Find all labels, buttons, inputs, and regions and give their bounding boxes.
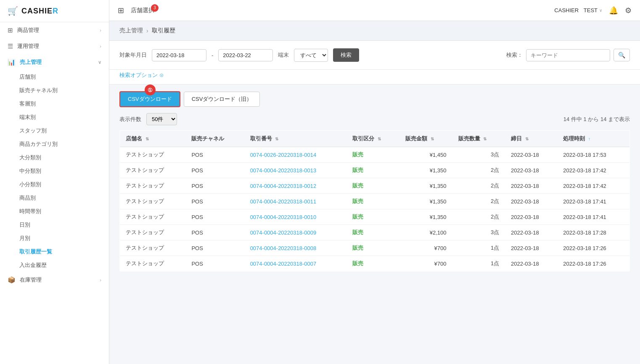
cell-transaction-no[interactable]: 0074-0004-20220318-0013 — [244, 163, 347, 178]
cell-transaction-no[interactable]: 0074-0004-20220318-0007 — [244, 256, 347, 272]
table-row: テストショップ POS 0074-0004-20220318-0007 販売 ¥… — [120, 256, 630, 272]
sidebar-sub-daily[interactable]: 日別 — [19, 218, 109, 232]
cell-store: テストショップ — [120, 240, 186, 256]
cell-amount: ¥1,450 — [399, 147, 452, 163]
cell-amount: ¥1,350 — [399, 209, 452, 225]
sidebar-sub-terminal[interactable]: 端末別 — [19, 111, 109, 124]
cell-store: テストショップ — [120, 256, 186, 272]
sidebar-sub-customer[interactable]: 客層別 — [19, 97, 109, 111]
col-store: 店舗名 ⇅ — [120, 131, 186, 147]
sidebar-sub-monthly[interactable]: 月別 — [19, 232, 109, 245]
user-menu[interactable]: CASHIER TEST ∨ — [554, 7, 602, 13]
cell-qty: 3点 — [452, 147, 505, 163]
cell-channel: POS — [185, 178, 244, 194]
cell-channel: POS — [185, 147, 244, 163]
sidebar-sub-product[interactable]: 商品別 — [19, 191, 109, 205]
breadcrumb-current: 取引履歴 — [152, 27, 175, 34]
cell-processed-at: 2022-03-18 17:28 — [557, 225, 629, 240]
sidebar-sub-category[interactable]: 商品カテゴリ別 — [19, 137, 109, 151]
cell-qty: 1点 — [452, 240, 505, 256]
cell-type: 販売 — [346, 194, 399, 209]
sidebar-sub-channel[interactable]: 販売チャネル別 — [19, 84, 109, 97]
sort-icon-processed[interactable]: ↑ — [588, 137, 590, 141]
sort-icon-type[interactable]: ⇅ — [378, 137, 381, 141]
sidebar-item-operation[interactable]: ☰ 運用管理 › — [0, 38, 109, 54]
filter-section: 対象年月日 - 端末 すべて 端末1 端末2 検索 検索： 🔍 — [109, 41, 640, 70]
cell-qty: 1点 — [452, 256, 505, 272]
grid-icon[interactable]: ⊞ — [118, 6, 124, 15]
col-type: 取引区分 ⇅ — [346, 131, 399, 147]
transactions-table: 店舗名 ⇅ 販売チャネル 取引番号 ⇅ 取引区分 ⇅ 販売金額 ⇅ 販売数量 ⇅… — [119, 130, 630, 272]
table-row: テストショップ POS 0074-0004-20220318-0011 販売 ¥… — [120, 194, 630, 209]
sidebar-item-inventory[interactable]: 📦 在庫管理 › — [0, 272, 109, 288]
cell-amount: ¥700 — [399, 256, 452, 272]
sidebar-sub-mid[interactable]: 中分類別 — [19, 164, 109, 178]
csv-download-old-button[interactable]: CSVダウンロード（旧） — [184, 92, 260, 107]
cell-channel: POS — [185, 256, 244, 272]
step-badge: ① — [145, 84, 156, 95]
cell-type: 販売 — [346, 225, 399, 240]
sort-icon-amount[interactable]: ⇅ — [431, 137, 434, 141]
cell-transaction-no[interactable]: 0074-0004-20220318-0010 — [244, 209, 347, 225]
col-qty: 販売数量 ⇅ — [452, 131, 505, 147]
cell-amount: ¥1,350 — [399, 194, 452, 209]
sidebar-item-product[interactable]: ⊞ 商品管理 › — [0, 22, 109, 38]
notification-icon[interactable]: 🔔 — [609, 6, 618, 15]
table-section: ① CSVダウンロード CSVダウンロード（旧） 表示件数 10件 20件 50… — [109, 84, 640, 278]
sort-icon-qty[interactable]: ⇅ — [483, 137, 487, 141]
cell-qty: 2点 — [452, 209, 505, 225]
chevron-down-icon: ∨ — [599, 8, 602, 13]
search-options-link[interactable]: 検索オプション ⊙ — [119, 72, 164, 78]
cell-channel: POS — [185, 240, 244, 256]
sidebar-sub-minor[interactable]: 小分類別 — [19, 178, 109, 191]
cell-transaction-no[interactable]: 0074-0026-20220318-0014 — [244, 147, 347, 163]
date-to-input[interactable] — [218, 49, 273, 61]
keyword-search-area: 検索： 🔍 — [506, 49, 630, 61]
sidebar-sub-store[interactable]: 店舗別 — [19, 70, 109, 84]
date-from-input[interactable] — [152, 49, 206, 61]
user-cashier-label: CASHIER — [554, 7, 579, 13]
search-button[interactable]: 検索 — [333, 48, 359, 62]
cell-closing-date: 2022-03-18 — [505, 256, 557, 272]
cell-transaction-no[interactable]: 0074-0004-20220318-0009 — [244, 225, 347, 240]
cell-closing-date: 2022-03-18 — [505, 178, 557, 194]
cell-channel: POS — [185, 163, 244, 178]
cell-channel: POS — [185, 194, 244, 209]
col-closing-date: 締日 ⇅ — [505, 131, 557, 147]
sidebar-item-label: 在庫管理 — [20, 276, 42, 284]
table-row: テストショップ POS 0074-0026-20220318-0014 販売 ¥… — [120, 147, 630, 163]
sidebar-item-sales[interactable]: 📊 売上管理 ∨ — [0, 54, 109, 70]
sales-sub-menu: 店舗別 販売チャネル別 客層別 端末別 スタッフ別 商品カテゴリ別 大分類別 中… — [0, 70, 109, 272]
cell-transaction-no[interactable]: 0074-0004-20220318-0012 — [244, 178, 347, 194]
cell-processed-at: 2022-03-18 17:41 — [557, 194, 629, 209]
header-right: CASHIER TEST ∨ 🔔 ⚙ — [554, 6, 632, 15]
terminal-filter-select[interactable]: すべて 端末1 端末2 — [294, 49, 328, 62]
sort-icon-closing[interactable]: ⇅ — [525, 137, 529, 141]
cell-processed-at: 2022-03-18 17:42 — [557, 178, 629, 194]
store-badge: 3 — [151, 4, 159, 12]
terminal-filter-label: 端末 — [278, 51, 289, 59]
sidebar-sub-history[interactable]: 取引履歴一覧 — [19, 245, 109, 258]
table-header-row: 店舗名 ⇅ 販売チャネル 取引番号 ⇅ 取引区分 ⇅ 販売金額 ⇅ 販売数量 ⇅… — [120, 131, 630, 147]
cell-type: 販売 — [346, 147, 399, 163]
per-page-select[interactable]: 10件 20件 50件 100件 — [146, 113, 177, 125]
cell-transaction-no[interactable]: 0074-0004-20220318-0008 — [244, 240, 347, 256]
keyword-search-input[interactable] — [526, 49, 610, 61]
table-meta: 表示件数 10件 20件 50件 100件 14 件中 1 から 14 まで表示 — [119, 113, 630, 125]
sort-icon-txno[interactable]: ⇅ — [275, 137, 278, 141]
sort-icon-store[interactable]: ⇅ — [145, 137, 149, 141]
cell-type: 販売 — [346, 209, 399, 225]
sidebar-sub-cashflow[interactable]: 入出金履歴 — [19, 258, 109, 272]
cell-transaction-no[interactable]: 0074-0004-20220318-0011 — [244, 194, 347, 209]
cell-qty: 2点 — [452, 178, 505, 194]
cell-store: テストショップ — [120, 209, 186, 225]
sidebar-sub-timeband[interactable]: 時間帯別 — [19, 205, 109, 218]
sidebar-sub-major[interactable]: 大分類別 — [19, 151, 109, 164]
cell-processed-at: 2022-03-18 17:53 — [557, 147, 629, 163]
store-selector[interactable]: 店舗選択 3 — [131, 7, 154, 14]
settings-icon[interactable]: ⚙ — [625, 6, 632, 15]
breadcrumb-parent[interactable]: 売上管理 — [119, 27, 143, 34]
cell-store: テストショップ — [120, 147, 186, 163]
sidebar-sub-staff[interactable]: スタッフ別 — [19, 124, 109, 137]
search-icon-button[interactable]: 🔍 — [614, 49, 630, 61]
